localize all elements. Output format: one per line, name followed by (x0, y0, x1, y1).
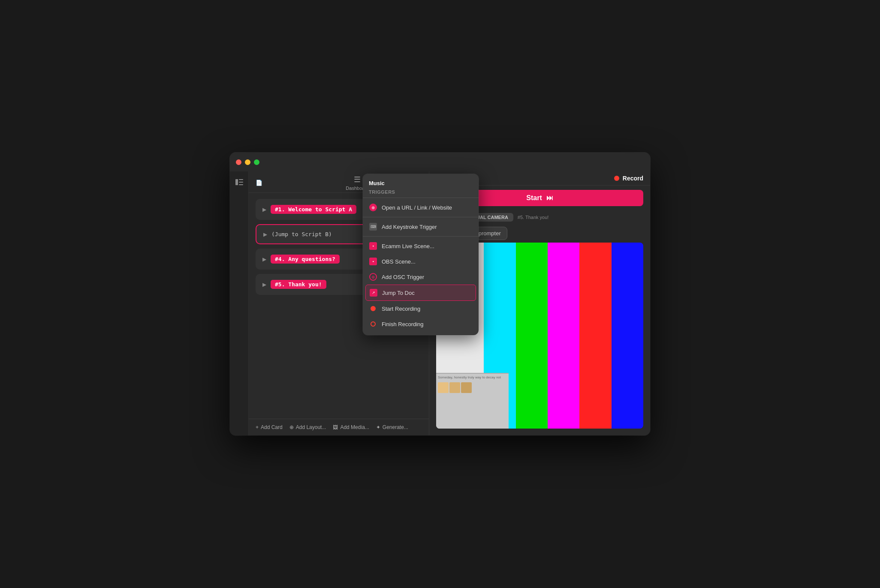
traffic-lights (236, 159, 259, 165)
ecamm-icon: ▪ (369, 242, 377, 250)
card-label-1: #1. Welcome to Script A (271, 205, 356, 214)
start-skip-icon: ⏭ (546, 194, 553, 202)
menu-item-jump[interactable]: ↗ Jump To Doc (365, 285, 476, 301)
start-recording-icon (369, 304, 377, 313)
osc-icon: ⊕ (369, 273, 377, 281)
menu-item-obs[interactable]: ▪ OBS Scene... (363, 254, 479, 269)
play-icon-1: ▶ (262, 207, 266, 213)
menu-divider-3 (363, 236, 479, 237)
menu-item-osc[interactable]: ⊕ Add OSC Trigger (363, 269, 479, 285)
video-bar-green (516, 243, 548, 429)
add-layout-icon: ⊕ (289, 424, 294, 430)
svg-rect-3 (239, 184, 243, 185)
add-media-button[interactable]: 🖼 Add Media... (333, 424, 369, 430)
menu-item-start-recording-label: Start Recording (382, 306, 420, 312)
close-button[interactable] (236, 159, 241, 165)
title-bar (230, 153, 650, 171)
card-label-4: #4. Any questions? (271, 255, 340, 264)
url-icon: ⊕ (369, 203, 377, 212)
menu-divider-2 (363, 217, 479, 217)
add-media-label: Add Media... (340, 424, 369, 430)
dashboard-icon: ☰ (354, 175, 361, 184)
card-text-jump: (Jump to Script B) (271, 231, 332, 237)
menu-section-triggers: Triggers (363, 188, 479, 196)
menu-item-start-recording[interactable]: Start Recording (363, 301, 479, 316)
menu-item-url[interactable]: ⊕ Open a URL / Link / Website (363, 200, 479, 215)
menu-item-osc-label: Add OSC Trigger (382, 274, 424, 280)
menu-item-obs-label: OBS Scene... (382, 258, 416, 265)
video-bar-magenta (548, 243, 579, 429)
card-label-5: #5. Thank you! (271, 280, 326, 289)
cards-footer: + Add Card ⊕ Add Layout... 🖼 Add Media..… (249, 419, 429, 435)
menu-item-ecamm-label: Ecamm Live Scene... (382, 243, 434, 249)
start-label: Start (526, 194, 542, 202)
record-dot (614, 176, 619, 181)
play-icon-5: ▶ (262, 282, 266, 288)
play-icon-4: ▶ (262, 256, 266, 262)
left-sidebar (230, 171, 249, 435)
menu-item-ecamm[interactable]: ▪ Ecamm Live Scene... (363, 238, 479, 254)
menu-item-jump-label: Jump To Doc (382, 290, 415, 296)
minimize-button[interactable] (245, 159, 250, 165)
menu-item-finish-recording-label: Finish Recording (382, 321, 424, 327)
add-layout-label: Add Layout... (296, 424, 326, 430)
jump-icon: ↗ (369, 288, 378, 297)
svg-rect-2 (239, 182, 243, 183)
menu-item-keystroke-label: Add Keystroke Trigger (382, 224, 437, 230)
context-menu: Music Triggers ⊕ Open a URL / Link / Web… (363, 174, 479, 335)
generate-button[interactable]: ✦ Generate... (376, 424, 408, 430)
add-card-icon: + (256, 424, 259, 430)
menu-title: Music (363, 177, 479, 188)
svg-rect-0 (235, 179, 238, 185)
add-layout-button[interactable]: ⊕ Add Layout... (289, 424, 326, 430)
video-bar-blue (612, 243, 643, 429)
finish-recording-icon (369, 320, 377, 328)
generate-icon: ✦ (376, 424, 380, 430)
add-card-button[interactable]: + Add Card (256, 424, 283, 430)
record-label: Record (623, 175, 643, 182)
svg-rect-1 (239, 179, 243, 180)
keystroke-icon: ⌨ (369, 222, 377, 231)
record-button[interactable]: Record (614, 175, 643, 182)
menu-item-url-label: Open a URL / Link / Website (382, 204, 452, 211)
generate-label: Generate... (383, 424, 408, 430)
video-bar-red (579, 243, 611, 429)
app-window: 📄 ☰ Dashboard ⊞ Card 📄 Doc 🔍 (230, 153, 650, 435)
maximize-button[interactable] (254, 159, 259, 165)
add-card-label: Add Card (261, 424, 283, 430)
menu-item-finish-recording[interactable]: Finish Recording (363, 316, 479, 332)
menu-item-keystroke[interactable]: ⌨ Add Keystroke Trigger (363, 219, 479, 234)
card-ref-label: #5. Thank you! (518, 215, 549, 220)
obs-icon: ▪ (369, 257, 377, 266)
menu-divider-1 (363, 198, 479, 198)
add-media-icon: 🖼 (333, 424, 338, 430)
play-icon-jump: ▶ (263, 231, 267, 237)
file-icon: 📄 (256, 180, 262, 186)
sidebar-toggle-icon[interactable] (233, 176, 246, 189)
